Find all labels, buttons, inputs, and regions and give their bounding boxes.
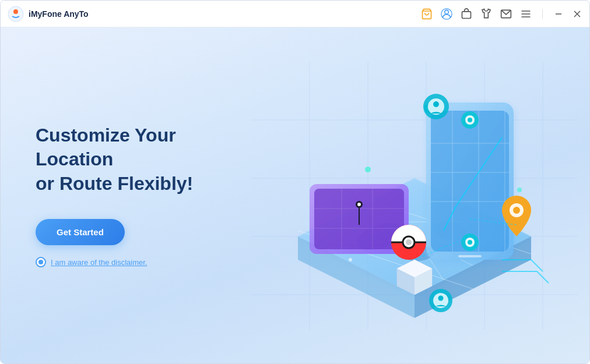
toolbar-icons — [421, 8, 582, 20]
disclaimer-link[interactable]: I am aware of the disclaimer. — [51, 258, 147, 267]
hero-illustration — [251, 62, 578, 330]
svg-point-78 — [365, 167, 371, 172]
app-window: iMyFone AnyTo — [0, 0, 590, 364]
svg-point-1 — [13, 9, 18, 14]
menu-icon[interactable] — [520, 8, 532, 20]
get-started-button[interactable]: Get Started — [36, 219, 125, 245]
svg-point-59 — [513, 207, 520, 214]
svg-point-42 — [357, 203, 361, 206]
user-icon[interactable] — [441, 8, 452, 20]
mail-icon[interactable] — [500, 8, 512, 20]
left-panel: Customize Your Location or Route Flexibl… — [36, 123, 234, 268]
illustration — [251, 62, 578, 330]
disclaimer-radio[interactable] — [36, 257, 46, 267]
svg-rect-5 — [462, 11, 471, 18]
svg-point-80 — [349, 258, 352, 261]
cart-icon[interactable] — [421, 8, 433, 20]
bag-icon[interactable] — [461, 8, 472, 20]
close-button[interactable] — [572, 9, 582, 19]
radio-inner — [38, 260, 43, 264]
svg-rect-57 — [458, 255, 482, 257]
tshirt-icon[interactable] — [480, 8, 492, 20]
svg-point-74 — [433, 101, 439, 107]
disclaimer-row: I am aware of the disclaimer. — [36, 257, 234, 267]
app-logo — [8, 6, 24, 22]
svg-point-3 — [445, 10, 449, 14]
svg-rect-44 — [431, 111, 509, 252]
svg-point-63 — [406, 239, 412, 245]
hero-title: Customize Your Location or Route Flexibl… — [36, 123, 234, 196]
app-title: iMyFone AnyTo — [29, 9, 421, 19]
svg-point-53 — [468, 118, 472, 122]
titlebar: iMyFone AnyTo — [1, 1, 589, 27]
svg-point-77 — [438, 295, 444, 301]
svg-point-79 — [517, 188, 522, 192]
titlebar-separator — [542, 9, 543, 19]
minimize-button[interactable] — [553, 9, 564, 19]
svg-point-56 — [468, 240, 472, 245]
main-content: Customize Your Location or Route Flexibl… — [1, 27, 589, 363]
